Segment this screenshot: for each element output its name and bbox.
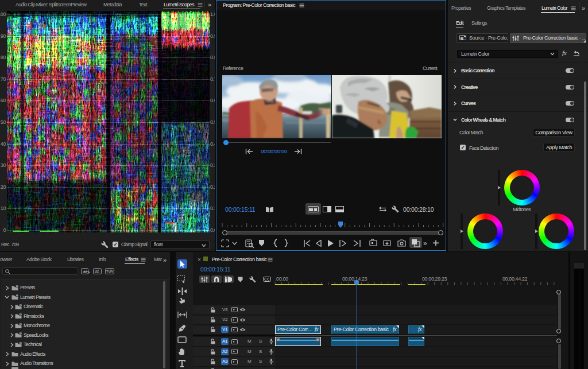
svg-text:YUV: YUV (106, 269, 114, 273)
svg-text:»: » (423, 239, 427, 247)
svg-text:32: 32 (94, 269, 99, 274)
